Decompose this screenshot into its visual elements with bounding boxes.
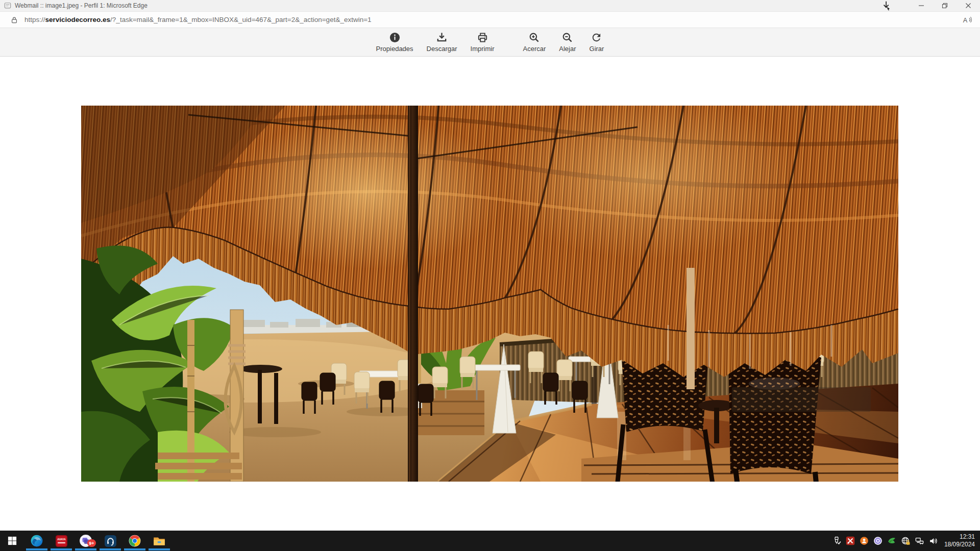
download-button[interactable]: Descargar — [427, 32, 457, 53]
window-controls — [881, 0, 980, 11]
green-app-icon[interactable] — [885, 531, 899, 551]
tool-label: Descargar — [427, 45, 457, 53]
info-icon — [389, 32, 401, 43]
print-icon — [477, 32, 488, 43]
headset-app-icon — [104, 535, 117, 547]
notification-badge: 9+ — [87, 539, 96, 547]
read-aloud-icon[interactable]: A — [962, 15, 973, 25]
zoom-in-button[interactable]: Acercar — [523, 32, 546, 53]
window-title: Webmail :: image1.jpeg - Perfil 1: Micro… — [15, 2, 148, 9]
start-button[interactable] — [0, 531, 24, 551]
volume-icon[interactable] — [926, 531, 940, 551]
minimize-button[interactable] — [910, 0, 933, 11]
chrome-icon — [128, 534, 141, 547]
maximize-button[interactable] — [933, 0, 957, 11]
system-tray: 12:31 18/09/2024 — [830, 531, 980, 551]
taskbar-app-chrome[interactable] — [122, 531, 147, 551]
zoom-out-button[interactable]: Alejar — [559, 32, 576, 53]
taskbar: AVAYA 9+ — [0, 531, 980, 551]
edge-icon — [30, 534, 43, 547]
clock-time: 12:31 — [944, 533, 975, 541]
print-button[interactable]: Imprimir — [471, 32, 495, 53]
purple-app-icon[interactable] — [871, 531, 885, 551]
image-viewer-toolbar: Propiedades Descargar Imprimir — [0, 28, 980, 57]
network-icon[interactable] — [913, 531, 926, 551]
tool-label: Propiedades — [376, 45, 413, 53]
tool-label: Imprimir — [471, 45, 495, 53]
running-indicator — [149, 548, 170, 550]
tool-label: Acercar — [523, 45, 546, 53]
taskbar-app-chat[interactable]: 9+ — [74, 531, 98, 551]
avaya-icon: AVAYA — [55, 535, 68, 547]
taskbar-clock[interactable]: 12:31 18/09/2024 — [944, 533, 975, 548]
page-content — [0, 57, 980, 531]
beach-bar-photo-illustration — [81, 106, 898, 482]
beach-bar-photo[interactable] — [81, 106, 898, 482]
url-text[interactable]: https://serviciodecorreo.es/?_task=mail&… — [24, 16, 962, 23]
taskbar-app-headset[interactable] — [98, 531, 122, 551]
taskbar-app-edge[interactable] — [24, 531, 49, 551]
url-scheme: https:// — [24, 16, 45, 23]
safely-remove-hardware-icon[interactable] — [830, 531, 844, 551]
running-indicator — [26, 548, 47, 550]
rotate-icon — [591, 32, 602, 43]
properties-button[interactable]: Propiedades — [376, 32, 413, 53]
vpn-globe-lock-icon[interactable] — [899, 531, 913, 551]
windows-logo-icon — [8, 536, 17, 545]
clock-date: 18/09/2024 — [944, 541, 975, 548]
tool-label: Alejar — [559, 45, 576, 53]
lock-icon[interactable] — [10, 16, 18, 24]
running-indicator — [124, 548, 145, 550]
tool-label: Girar — [590, 45, 604, 53]
taskbar-app-file-explorer[interactable] — [147, 531, 172, 551]
mouse-cursor — [881, 1, 892, 11]
download-icon — [436, 32, 448, 43]
orange-app-icon[interactable] — [857, 531, 871, 551]
url-path: /?_task=mail&_frame=1&_mbox=INBOX&_uid=4… — [110, 16, 371, 23]
running-indicator — [100, 548, 121, 550]
edge-popup-window: Webmail :: image1.jpeg - Perfil 1: Micro… — [0, 0, 980, 551]
page-favicon-icon — [4, 2, 11, 9]
taskbar-app-avaya[interactable]: AVAYA — [49, 531, 74, 551]
url-domain: serviciodecorreo.es — [45, 16, 111, 23]
running-indicator — [51, 548, 72, 550]
zoom-in-icon — [528, 32, 540, 43]
red-x-app-icon[interactable] — [844, 531, 857, 551]
address-bar: https://serviciodecorreo.es/?_task=mail&… — [0, 12, 980, 28]
file-explorer-icon — [153, 534, 166, 547]
close-button[interactable] — [957, 0, 980, 11]
rotate-button[interactable]: Girar — [590, 32, 604, 53]
svg-text:AVAYA: AVAYA — [57, 538, 66, 541]
right-pole — [687, 268, 695, 389]
zoom-out-icon — [561, 32, 573, 43]
titlebar: Webmail :: image1.jpeg - Perfil 1: Micro… — [0, 0, 980, 12]
svg-text:A: A — [963, 16, 968, 23]
running-indicator — [75, 548, 96, 550]
